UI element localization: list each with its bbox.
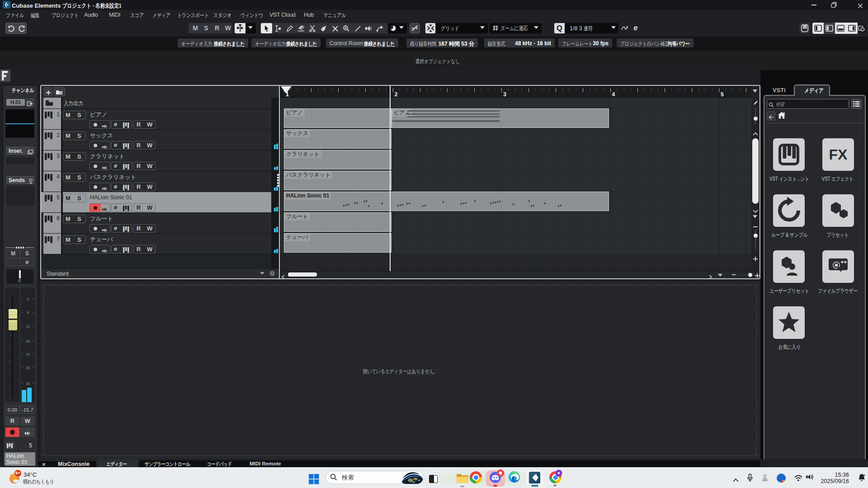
- svg-text:FX: FX: [829, 146, 848, 163]
- svg-text:z: z: [863, 474, 865, 477]
